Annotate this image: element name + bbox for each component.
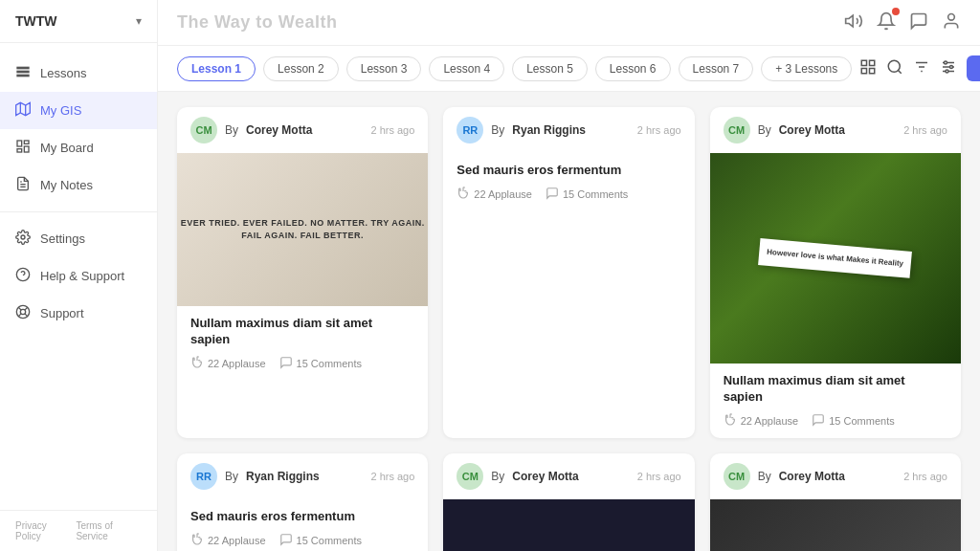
filter-icon[interactable] [913,58,930,79]
card-card-5: CM By Corey Motta 2 hrs ago DIFFICULT RO… [443,453,694,551]
privacy-policy-link[interactable]: Privacy Policy [15,520,70,541]
card-time: 2 hrs ago [370,471,414,482]
tab-lesson-1[interactable]: Lesson 1 [177,56,256,81]
card-image [710,499,961,551]
comments-icon [279,533,293,548]
card-time: 2 hrs ago [903,124,947,136]
author-prefix: By [491,123,504,137]
card-header: RR By Ryan Riggins 2 hrs ago [177,453,428,499]
applause-stat[interactable]: 22 Applause [724,413,799,429]
card-image: DIFFICULT ROADS LEAD TO BEAUTIFUL DESTIN… [443,499,694,551]
tabs-actions: + ADD [859,55,980,81]
applause-stat[interactable]: 22 Applause [190,356,266,371]
applause-count: 22 Applause [208,535,266,546]
help-icon [15,267,31,285]
svg-line-18 [25,314,28,317]
svg-rect-6 [17,141,22,146]
comments-icon [279,356,293,371]
sidebar-item-label: My Notes [40,178,93,192]
applause-stat[interactable]: 22 Applause [457,187,532,202]
author-name: Corey Motta [512,470,578,483]
svg-marker-3 [16,102,31,115]
tabs-row: Lesson 1Lesson 2Lesson 3Lesson 4Lesson 5… [158,46,980,92]
map-icon [15,101,31,120]
card-card-6: CM By Corey Motta 2 hrs ago Nullam maxim… [710,453,961,551]
chevron-down-icon: ▾ [136,14,142,28]
sidebar-item-my-gis[interactable]: My GIS [0,92,157,129]
author-prefix: By [758,470,771,483]
sidebar-item-label: My GIS [40,103,81,118]
sidebar-item-label: Lessons [40,66,86,80]
tab-lesson-3[interactable]: Lesson 3 [346,56,422,81]
topbar-icons [844,11,961,34]
sidebar-item-label: Help & Support [40,269,124,283]
notification-icon[interactable] [877,11,896,34]
avatar: CM [724,117,750,143]
volume-icon[interactable] [844,11,863,34]
applause-icon [724,413,737,429]
comments-stat[interactable]: 15 Comments [812,413,894,429]
card-image: However love is what Makes it Reality [710,153,961,364]
applause-icon [457,187,470,202]
author-name: Ryan Riggins [512,123,586,137]
message-icon[interactable] [909,11,928,34]
sidebar-item-label: Support [40,306,84,320]
sidebar-brand-name: TWTW [15,13,57,29]
adjust-icon[interactable] [940,58,957,79]
sidebar-item-label: My Board [40,141,94,155]
comments-count: 15 Comments [297,535,362,546]
svg-point-22 [948,13,955,20]
settings-icon [15,230,31,248]
comments-count: 15 Comments [297,358,362,369]
grid-view-icon[interactable] [859,58,877,79]
sidebar-item-label: Settings [40,231,85,246]
sidebar-item-lessons[interactable]: Lessons [0,55,157,92]
card-author: CM By Corey Motta [724,117,845,143]
card-time: 2 hrs ago [637,124,681,136]
svg-line-17 [18,307,21,310]
sidebar-footer: Privacy Policy Terms of Service [0,510,157,551]
tab-lesson-5[interactable]: Lesson 5 [512,56,588,81]
sidebar-navigation: LessonsMy GISMy BoardMy Notes SettingsHe… [0,43,157,510]
tab-more[interactable]: + 3 Lessons [761,56,852,81]
tab-lesson-4[interactable]: Lesson 4 [429,56,504,81]
author-prefix: By [758,123,771,137]
sidebar-item-support[interactable]: Support [0,295,157,332]
user-icon[interactable] [942,11,961,34]
avatar: RR [457,117,483,143]
sidebar-brand[interactable]: TWTW ▾ [0,0,157,43]
tab-lesson-7[interactable]: Lesson 7 [679,56,754,81]
author-name: Corey Motta [779,123,845,137]
card-author: CM By Corey Motta [457,463,578,490]
card-body: Nullam maximus diam sit amet sapien 22 A… [710,364,961,438]
card-stats: 22 Applause 15 Comments [190,356,414,371]
terms-link[interactable]: Terms of Service [76,520,142,541]
comments-stat[interactable]: 15 Comments [279,533,362,548]
author-name: Ryan Riggins [246,470,320,483]
sidebar-item-help[interactable]: Help & Support [0,257,157,295]
card-card-2: RR By Ryan Riggins 2 hrs ago Sed mauris … [443,107,694,438]
tab-lesson-2[interactable]: Lesson 2 [263,56,339,81]
tab-lesson-6[interactable]: Lesson 6 [595,56,671,81]
card-time: 2 hrs ago [637,471,681,482]
avatar: RR [190,463,217,490]
svg-point-35 [945,61,947,64]
card-card-1: CM By Corey Motta 2 hrs ago EVER TRIED. … [177,107,428,438]
search-icon[interactable] [886,58,903,79]
comments-stat[interactable]: 15 Comments [546,187,628,202]
sidebar-item-my-notes[interactable]: My Notes [0,166,157,204]
applause-count: 22 Applause [741,415,799,427]
comments-icon [546,187,559,202]
comments-stat[interactable]: 15 Comments [279,356,362,371]
add-button[interactable]: + ADD [967,55,980,81]
applause-stat[interactable]: 22 Applause [190,533,266,548]
sidebar-item-settings[interactable]: Settings [0,220,157,257]
svg-rect-9 [17,149,22,152]
card-author: RR By Ryan Riggins [457,117,586,143]
card-header: CM By Corey Motta 2 hrs ago [177,107,428,153]
sidebar-item-my-board[interactable]: My Board [0,129,157,166]
svg-rect-23 [862,60,867,65]
svg-point-16 [20,309,25,314]
card-card-3: CM By Corey Motta 2 hrs ago However love… [710,107,961,438]
main-content: The Way to Wealth Lesson 1Lesson 2Lesson… [158,0,980,551]
